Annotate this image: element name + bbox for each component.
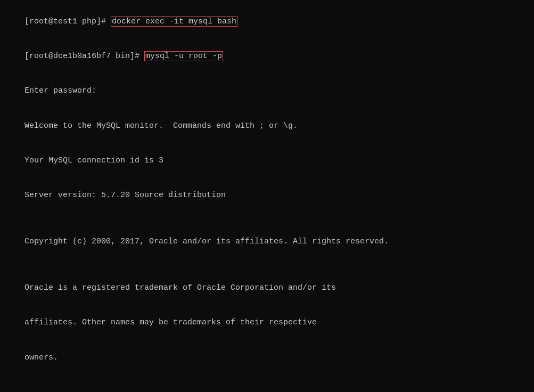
blank-1	[5, 213, 529, 225]
terminal-line-9: affiliates. Other names may be trademark…	[5, 306, 529, 340]
welcome-text: Welcome to the MySQL monitor. Commands e…	[24, 121, 298, 130]
terminal-line-2: [root@dce1b0a16bf7 bin]# mysql -u root -…	[5, 39, 529, 74]
terminal-line-10: owners.	[5, 340, 529, 375]
terminal-window: [root@test1 php]# docker exec -it mysql …	[5, 4, 529, 388]
blank-2	[5, 259, 529, 271]
terminal-line-11: Type 'help;' or '\h' for help. Type '\c'…	[5, 387, 529, 392]
terminal-line-5: Your MySQL connection id is 3	[5, 143, 529, 178]
cmd-docker-exec: docker exec -it mysql bash	[111, 17, 237, 27]
connection-id-text: Your MySQL connection id is 3	[24, 156, 163, 165]
copyright-text: Copyright (c) 2000, 2017, Oracle and/or …	[24, 237, 389, 246]
oracle-trademark-1: Oracle is a registered trademark of Orac…	[24, 283, 336, 292]
terminal-line-7: Copyright (c) 2000, 2017, Oracle and/or …	[5, 224, 529, 259]
terminal-line-6: Server version: 5.7.20 Source distributi…	[5, 178, 529, 213]
server-version-text: Server version: 5.7.20 Source distributi…	[24, 191, 226, 200]
terminal-line-3: Enter password:	[5, 74, 529, 109]
oracle-trademark-2: affiliates. Other names may be trademark…	[24, 318, 317, 327]
terminal-line-8: Oracle is a registered trademark of Orac…	[5, 271, 529, 305]
terminal-line-1: [root@test1 php]# docker exec -it mysql …	[5, 4, 529, 39]
enter-password-text: Enter password:	[24, 86, 96, 95]
terminal-line-4: Welcome to the MySQL monitor. Commands e…	[5, 109, 529, 143]
blank-3	[5, 375, 529, 387]
oracle-trademark-3: owners.	[24, 353, 58, 362]
prompt-1: [root@test1 php]#	[24, 17, 111, 26]
prompt-2: [root@dce1b0a16bf7 bin]#	[24, 52, 144, 61]
cmd-mysql-login: mysql -u root -p	[144, 51, 223, 61]
